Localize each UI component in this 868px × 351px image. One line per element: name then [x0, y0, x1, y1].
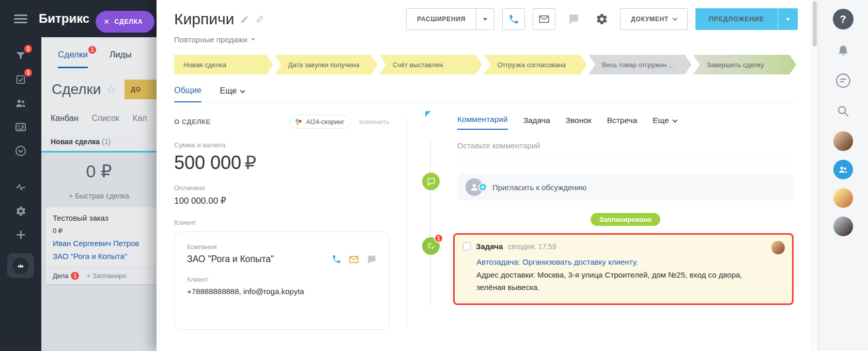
edit-title-icon[interactable] — [240, 15, 249, 24]
field-label: Сумма и валюта — [174, 141, 390, 149]
tab-deals[interactable]: Сделки 1 — [58, 50, 88, 68]
sum-currency: ₽ — [244, 152, 256, 173]
deal-content: О СДЕЛКЕ AI24-скоринг изменить Сумма и в… — [157, 102, 811, 330]
view-tab-list[interactable]: Список — [92, 114, 119, 123]
chat-company-icon[interactable] — [366, 254, 377, 265]
comment-input[interactable] — [457, 141, 794, 150]
notifications-button[interactable] — [836, 44, 850, 57]
call-company-icon[interactable] — [332, 254, 342, 264]
deal-card-body: Тестовый заказ 0 ₽ Иван Сергеевич Петров… — [45, 207, 157, 261]
stage-goods-shipped[interactable]: Весь товар отгружен ... — [588, 55, 692, 74]
company-row: ЗАО "Рога и Копыта" — [187, 254, 377, 265]
edit-link[interactable]: изменить — [359, 118, 390, 126]
invite-to-discussion[interactable]: Пригласить к обсуждению — [457, 174, 794, 201]
tab-more[interactable]: Еще — [220, 86, 245, 102]
task-link[interactable]: Автозадача: Организовать доставку клиент… — [476, 256, 766, 268]
slider-close-button[interactable]: × СДЕЛКА — [96, 11, 154, 33]
envelope-icon — [349, 254, 359, 265]
stage-invoice-sent[interactable]: Счёт выставлен — [379, 55, 483, 74]
deal-card-footer: Дела 1 + Запланиро — [45, 267, 157, 284]
email-company-icon[interactable] — [349, 254, 359, 265]
chevron-down-icon — [672, 117, 677, 123]
deal-card-company-link[interactable]: ЗАО "Рога и Копыта" — [53, 252, 157, 261]
favorite-star-icon[interactable]: ☆ — [106, 83, 116, 96]
task-card[interactable]: Задача сегодня, 17:59 Автозадача: Органи… — [453, 233, 794, 305]
view-tab-kanban[interactable]: Канбан — [51, 114, 79, 123]
contact-label: Клиент — [187, 276, 377, 283]
tab-general[interactable]: Общие — [174, 86, 202, 102]
sidebar-item-contacts[interactable] — [9, 116, 33, 139]
tltab-meeting[interactable]: Встреча — [607, 116, 638, 130]
proposal-button[interactable]: ПРЕДЛОЖЕНИЕ — [695, 8, 798, 30]
support-chat-button[interactable] — [834, 72, 852, 89]
help-button[interactable]: ? — [833, 9, 854, 29]
document-button[interactable]: ДОКУМЕНТ — [620, 8, 688, 30]
sidebar-item-crm[interactable]: 1 — [9, 44, 33, 67]
tab-leads[interactable]: Лиды — [110, 50, 132, 68]
stage-label: Счёт выставлен — [393, 61, 443, 69]
activities-label[interactable]: Дела — [53, 272, 68, 280]
plan-activity-link[interactable]: + Запланиро — [86, 272, 126, 280]
contact-value[interactable]: +78888888888, info@roga.kopyta — [187, 287, 377, 296]
add-deal-button[interactable]: ДО — [125, 80, 157, 99]
group-chat-avatar[interactable] — [833, 160, 853, 179]
logo: Битрикс — [39, 11, 89, 26]
quick-deal-button[interactable]: + Быстрая сделка — [41, 192, 157, 200]
timeline-composer-row: Комментарий Задача Звонок Встреча Еще — [457, 115, 794, 160]
menu-icon[interactable] — [14, 12, 27, 25]
sidebar-item-market[interactable] — [7, 253, 34, 278]
close-icon: × — [104, 17, 110, 26]
user-avatar[interactable] — [833, 217, 853, 236]
user-avatar[interactable] — [833, 131, 853, 151]
sidebar-item-settings[interactable] — [9, 200, 33, 222]
stage-close-deal[interactable]: Завершить сделку — [693, 55, 797, 74]
task-checkbox[interactable] — [463, 242, 471, 250]
ai-scoring-icon — [295, 118, 302, 126]
sidebar-item-add[interactable] — [9, 223, 33, 246]
stage-purchase-date[interactable]: Дата закупки получена — [275, 55, 378, 74]
online-users — [833, 131, 853, 236]
call-button[interactable] — [502, 8, 525, 30]
settings-button[interactable] — [592, 8, 612, 30]
gear-icon — [16, 206, 26, 217]
view-tab-calendar[interactable]: Кал — [133, 114, 147, 123]
sidebar-item-employees[interactable] — [9, 92, 33, 115]
deal-card-contact-link[interactable]: Иван Сергеевич Петров — [53, 239, 157, 248]
deal-toolbar: РАСШИРЕНИЯ ДОКУМЕНТ — [406, 8, 798, 30]
deal-card[interactable]: Тестовый заказ 0 ₽ Иван Сергеевич Петров… — [45, 207, 157, 284]
sidebar-item-more[interactable] — [9, 140, 33, 162]
chat-button[interactable] — [563, 8, 584, 30]
stage-new-deal[interactable]: Новая сделка — [174, 55, 273, 74]
copy-link-icon[interactable] — [255, 14, 265, 24]
task-marker: 1 — [422, 237, 441, 256]
deal-card-sum: 0 ₽ — [53, 227, 157, 235]
email-button[interactable] — [533, 8, 555, 30]
user-avatar[interactable] — [833, 188, 853, 208]
ai-scoring-label: AI24-скоринг — [306, 118, 344, 126]
kanban-column-header[interactable]: Новая сделка (1) — [41, 133, 157, 152]
kanban-column-count: (1) — [102, 138, 111, 146]
stage-shipping-approved[interactable]: Отгрузка согласована — [484, 55, 587, 74]
invite-avatar — [466, 178, 483, 196]
tltab-task[interactable]: Задача — [523, 116, 550, 130]
pipeline-selector[interactable]: Повторные продажи — [174, 35, 255, 44]
company-actions — [332, 254, 377, 265]
tltab-comment[interactable]: Комментарий — [457, 115, 508, 130]
extensions-caret[interactable] — [476, 9, 494, 29]
about-header: О СДЕЛКЕ AI24-скоринг изменить — [174, 115, 390, 129]
task-title[interactable]: Задача — [476, 242, 503, 251]
crown-icon — [17, 262, 25, 270]
company-name[interactable]: ЗАО "Рога и Копыта" — [187, 254, 274, 265]
sidebar-item-activity[interactable] — [9, 176, 33, 199]
extensions-button[interactable]: РАСШИРЕНИЯ — [406, 8, 494, 30]
search-button[interactable] — [836, 104, 850, 118]
sidebar-item-tasks[interactable]: 1 — [9, 68, 33, 91]
proposal-caret[interactable] — [778, 8, 798, 30]
scrollbar-thumb[interactable] — [813, 1, 817, 47]
page-title-row: Сделки ☆ ДО — [52, 80, 157, 99]
timeline-line — [430, 139, 431, 305]
tltab-more[interactable]: Еще — [653, 116, 677, 130]
ai-scoring-button[interactable]: AI24-скоринг — [289, 115, 351, 129]
tltab-call[interactable]: Звонок — [566, 116, 592, 130]
task-responsible-avatar[interactable] — [771, 241, 785, 254]
